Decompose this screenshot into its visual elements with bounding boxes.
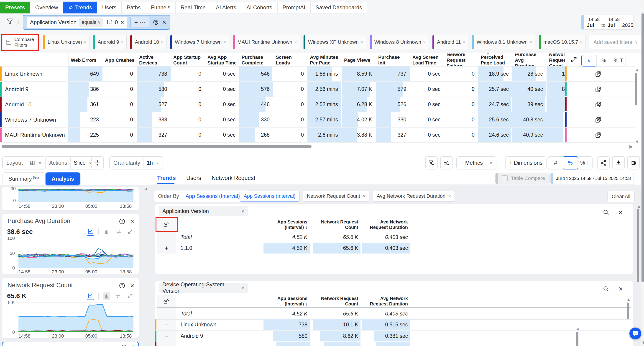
- active-filter-pill[interactable]: Application Version equals∨ 1.1.0 × + ⋯ …: [23, 15, 170, 30]
- add-metrics-button[interactable]: + Metrics ∨: [456, 156, 496, 170]
- add-filter-chart-button[interactable]: [425, 156, 438, 170]
- expand-table-icon[interactable]: [570, 56, 578, 63]
- column-header[interactable]: Network Request Count: [313, 218, 360, 231]
- chip-close-icon[interactable]: ×: [121, 40, 126, 45]
- close-icon[interactable]: ×: [618, 286, 623, 292]
- column-header[interactable]: Purchase Avg Duration: [512, 54, 547, 66]
- chip-close-icon[interactable]: ×: [294, 40, 300, 45]
- table-toggle-%t[interactable]: % T: [611, 55, 626, 66]
- close-icon[interactable]: ×: [130, 282, 134, 290]
- info-icon[interactable]: [119, 218, 126, 225]
- bar-chart-icon[interactable]: [103, 228, 110, 236]
- share-button[interactable]: [597, 156, 610, 170]
- date-range-picker[interactable]: 14:58 14:58 Jul 14 to Jul 15 2025: [581, 15, 634, 30]
- compare-filters-button[interactable]: CompareFilters: [3, 35, 37, 49]
- chart-toggle-icon[interactable]: [157, 218, 176, 231]
- table-compare-checkbox[interactable]: [502, 176, 508, 181]
- column-header[interactable]: Avg Perceived Page Load Time: [478, 54, 512, 66]
- nav-item-paths[interactable]: Paths: [122, 2, 146, 14]
- dimension-select[interactable]: Application Version∨: [159, 206, 248, 216]
- kebab-menu-icon[interactable]: ⋮: [16, 18, 22, 25]
- column-header[interactable]: Screen Loads: [274, 54, 308, 66]
- column-header[interactable]: App Crashes: [103, 54, 137, 66]
- filter-chip-windows-8-unknown[interactable]: Windows 8 Unknown×: [370, 35, 429, 49]
- chip-close-icon[interactable]: ×: [360, 40, 366, 45]
- column-header[interactable]: App Sessions (Interval) ↓: [264, 218, 310, 231]
- remove-filter-value-icon[interactable]: ×: [121, 19, 124, 25]
- search-icon[interactable]: [602, 209, 610, 216]
- chip-close-icon[interactable]: ×: [423, 40, 428, 45]
- granularity-select[interactable]: Granularity 1h ∨: [109, 156, 163, 170]
- nav-item-saved-dashboards[interactable]: Saved Dashboards: [310, 2, 367, 14]
- nav-item-trends[interactable]: Trends: [63, 2, 97, 14]
- table-toggle-number[interactable]: #: [582, 55, 596, 66]
- table-row[interactable]: Android 9386058000 sec57602.56 mins7.07 …: [0, 82, 635, 97]
- column-header[interactable]: Avg App Startup Time: [205, 54, 239, 66]
- column-header[interactable]: Network Request Count: [313, 295, 360, 307]
- filter-chip-android-9[interactable]: Android 9×: [93, 35, 126, 49]
- section-scrollbar[interactable]: [627, 302, 629, 319]
- table-horizontal-scrollbar[interactable]: [2, 145, 312, 148]
- compare-icon[interactable]: [114, 228, 122, 236]
- table-row[interactable]: MAUI Runtime Unknown225032700 sec26802.6…: [0, 128, 635, 143]
- add-saved-filters-select[interactable]: Add saved filters∨: [589, 35, 642, 49]
- chip-close-icon[interactable]: ×: [161, 40, 166, 45]
- toolbar-toggle-%[interactable]: %: [563, 157, 578, 169]
- right-panel-scrollbar[interactable]: [637, 209, 639, 282]
- column-header[interactable]: Purchase Init: [376, 54, 410, 66]
- close-icon[interactable]: ×: [130, 218, 134, 225]
- download-button[interactable]: [612, 156, 625, 170]
- filter-chip-maui-runtime-unknown[interactable]: MAUI Runtime Unknown×: [233, 35, 300, 49]
- table-scroll-up-icon[interactable]: ▲: [635, 68, 640, 72]
- tab-analysis[interactable]: Analysis: [46, 172, 80, 185]
- chip-close-icon[interactable]: ×: [363, 194, 366, 199]
- chip-close-icon[interactable]: ×: [463, 40, 468, 45]
- chip-close-icon[interactable]: ×: [448, 194, 451, 199]
- column-header[interactable]: Page Views: [342, 54, 376, 66]
- left-panel-scroll-up-icon[interactable]: ▲: [144, 187, 148, 191]
- section-row[interactable]: −Android 95808.62 K0.381 sec: [157, 330, 631, 342]
- column-header[interactable]: Web Errors: [68, 54, 103, 66]
- open-external-icon[interactable]: [595, 101, 602, 108]
- add-filter-button[interactable]: + ⋯: [130, 17, 150, 28]
- bar-chart-icon[interactable]: [103, 292, 110, 300]
- nav-item-ai-alerts[interactable]: AI Alerts: [211, 2, 242, 14]
- info-icon[interactable]: [121, 344, 127, 346]
- nav-item-overview[interactable]: Overview: [30, 2, 63, 14]
- funnel-filter-icon[interactable]: [6, 18, 14, 26]
- filter-operator-select[interactable]: equals∨: [79, 18, 103, 27]
- chip-close-icon[interactable]: ×: [84, 40, 89, 45]
- filter-chip-android-10[interactable]: Android 10×: [130, 35, 167, 49]
- tab-users[interactable]: Users: [186, 175, 201, 181]
- table-row[interactable]: Android 10361052700 sec44602.52 mins6.28…: [0, 97, 635, 112]
- tab-trends[interactable]: Trends: [157, 175, 176, 181]
- column-header[interactable]: Active Devices: [137, 54, 171, 66]
- display-settings-button[interactable]: [627, 156, 640, 170]
- row-expander-button[interactable]: −: [157, 330, 176, 342]
- column-header[interactable]: Avg Network Request Duration: [362, 218, 410, 231]
- os-table-scroll-up-icon[interactable]: ▲: [576, 327, 580, 330]
- nav-item-funnels[interactable]: Funnels: [146, 2, 176, 14]
- column-header[interactable]: App Sessions (Interval) ↓: [264, 295, 310, 307]
- nav-item-users[interactable]: Users: [97, 2, 122, 14]
- filter-chip-macos-10-15-7[interactable]: macOS 10.15.7×: [538, 35, 586, 49]
- toolbar-toggle-number[interactable]: #: [548, 157, 563, 169]
- order-by-select[interactable]: Order By App Sessions (Interval) ∨: [154, 190, 250, 202]
- dimension-select[interactable]: Device Operating System Version∨: [159, 283, 248, 293]
- tab-network-request[interactable]: Network Request: [212, 175, 255, 181]
- os-table-scrollbar[interactable]: [576, 332, 578, 346]
- column-header[interactable]: Avg Network Request Duration: [362, 295, 410, 307]
- column-header[interactable]: Purchase Complete: [239, 54, 274, 66]
- line-chart-icon[interactable]: [86, 292, 94, 300]
- metric-chip-avg-network-request-duration[interactable]: Avg Network Request Duration×: [373, 191, 455, 202]
- row-expander-button[interactable]: −: [157, 319, 176, 330]
- open-external-icon[interactable]: [595, 86, 602, 93]
- nav-item-promptai[interactable]: PromptAI: [278, 2, 310, 14]
- table-scroll-down-icon[interactable]: ▼: [635, 140, 640, 144]
- split-rows-button[interactable]: [91, 156, 104, 170]
- filter-condition[interactable]: Application Version equals∨ 1.1.0 ×: [27, 17, 127, 28]
- metric-chip-network-request-count[interactable]: Network Request Count×: [303, 191, 369, 202]
- chip-close-icon[interactable]: ×: [580, 40, 586, 45]
- table-vertical-scrollbar[interactable]: [635, 73, 637, 105]
- search-icon[interactable]: [602, 286, 610, 292]
